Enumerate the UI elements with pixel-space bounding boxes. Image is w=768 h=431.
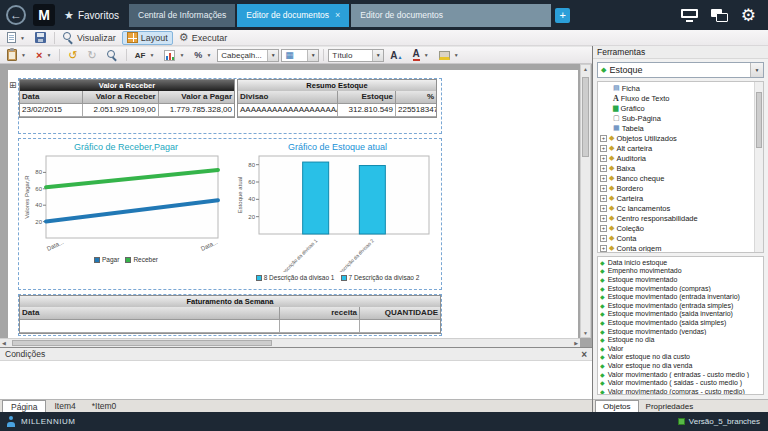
tree-item[interactable]: + ◆ Coleção [600, 223, 751, 233]
entity-combo[interactable]: ◆ Estoque ▼ [597, 62, 764, 78]
tree-item[interactable]: ▦ Tabela [600, 123, 751, 133]
back-button[interactable]: ← [6, 5, 26, 25]
favorites-button[interactable]: ★ Favoritos [64, 9, 119, 22]
field-item[interactable]: ◆ Estoque movimentado (saida inventario) [600, 310, 761, 319]
field-item[interactable]: ◆ Empenho movimentado [600, 267, 761, 276]
field-item[interactable]: ◆ Valor movimentado (compras - custo med… [600, 387, 761, 395]
font-size-button[interactable]: A▲ [386, 48, 406, 62]
scroll-down-icon[interactable]: ▼ [581, 330, 590, 336]
text-style-combo[interactable]: Título▼ [328, 49, 384, 62]
new-document-button[interactable]: ▼ [3, 31, 29, 45]
tree-item[interactable]: + ◆ Conta origem [600, 243, 751, 253]
page-tab-2[interactable]: *Item0 [84, 400, 125, 412]
field-item[interactable]: ◆ Estoque movimentado (entrada simples) [600, 301, 761, 310]
tree-item[interactable]: + ◆ Objetos Utilizados [600, 133, 751, 143]
scroll-left-icon[interactable]: ◀ [2, 340, 6, 346]
table-style-combo[interactable]: ▦▼ [281, 49, 319, 62]
field-item[interactable]: ◆ Estoque movimentado (compras) [600, 284, 761, 293]
page-tab-1[interactable]: Item4 [46, 400, 83, 412]
vertical-scrollbar[interactable]: ▲ ▼ [580, 64, 591, 338]
fill-color-button[interactable]: ▼ [435, 48, 463, 62]
field-item[interactable]: ◆ Estoque movimentado (vendas) [600, 327, 761, 336]
table-valor-receber[interactable]: Valor a Receber Data Valor a Receber Val… [19, 79, 235, 118]
tree-item[interactable]: + ◆ Centro responsabilidade [600, 213, 751, 223]
field-item[interactable]: ◆ Valor [600, 344, 761, 353]
redo-button[interactable]: ↻ [84, 48, 101, 62]
tab-close-icon[interactable]: × [335, 10, 340, 20]
expand-plus-icon[interactable]: + [600, 135, 607, 142]
field-item[interactable]: ◆ Estoque movimentado (entrada inventari… [600, 292, 761, 301]
field-item[interactable]: ◆ Valor movimentado ( entradas - custo m… [600, 370, 761, 379]
field-item[interactable]: ◆ Estoque no dia [600, 335, 761, 344]
table-faturamento[interactable]: Faturamento da Semana Data receita QUANT… [19, 295, 441, 334]
expand-plus-icon[interactable]: + [600, 205, 607, 212]
header-style-combo[interactable]: Cabeçalh...▼ [217, 49, 279, 62]
field-item[interactable]: ◆ Estoque movimentado [600, 275, 761, 284]
insert-chart-button[interactable]: ▼ [160, 48, 188, 62]
field-item[interactable]: ◆ Estoque movimentado (saida simples) [600, 318, 761, 327]
expand-plus-icon[interactable]: + [600, 225, 607, 232]
field-item[interactable]: ◆ Valor estoque no dia venda [600, 361, 761, 370]
zoom-button[interactable] [103, 48, 122, 62]
tree-item[interactable]: + ◆ Conta [600, 233, 751, 243]
delete-button[interactable]: ×▼ [32, 48, 55, 62]
tree-item[interactable]: + ◆ Carteira [600, 193, 751, 203]
expand-plus-icon[interactable]: + [600, 215, 607, 222]
chart-receber-pagar[interactable]: Gráfico de Receber,Pagar 20406080Valores… [22, 141, 230, 287]
tree-item[interactable]: A Fluxo de Texto [600, 93, 751, 103]
scrollbar-thumb[interactable] [756, 92, 762, 148]
paste-button[interactable]: ▼ [3, 48, 30, 62]
expand-plus-icon[interactable]: + [600, 145, 607, 152]
chat-icon[interactable] [711, 9, 728, 22]
field-item[interactable]: ◆ Valor movimentado ( saidas - custo med… [600, 378, 761, 387]
tree-item[interactable]: + ◆ Alt carteira [600, 143, 751, 153]
report-page[interactable]: ⊞ Valor a Receber Data Valor a Receber V… [8, 70, 578, 338]
expand-plus-icon[interactable]: + [600, 155, 607, 162]
expand-plus-icon[interactable]: + [600, 185, 607, 192]
tree-item[interactable]: ▢ Sub-Página [600, 113, 751, 123]
save-button[interactable] [31, 31, 50, 45]
executar-button[interactable]: ⚙Executar [175, 31, 231, 45]
scroll-up-icon[interactable]: ▲ [581, 66, 590, 72]
page-tab-0[interactable]: Página [2, 400, 46, 412]
design-canvas[interactable]: ⊞ Valor a Receber Data Valor a Receber V… [0, 64, 592, 347]
tab-0[interactable]: Central de Informações [129, 4, 235, 27]
tree-item[interactable]: + ◆ Bordero [600, 183, 751, 193]
settings-gear-icon[interactable]: ⚙ [741, 7, 756, 24]
tree-item[interactable]: + ◆ Auditoria [600, 153, 751, 163]
panel-tab-0[interactable]: Objetos [595, 400, 639, 412]
tree-scrollbar[interactable] [754, 82, 763, 252]
expand-plus-icon[interactable]: + [600, 165, 607, 172]
faturamento-band[interactable]: Faturamento da Semana Data receita QUANT… [18, 294, 442, 336]
autoformat-button[interactable]: AF▼ [131, 48, 159, 62]
monitor-icon[interactable] [681, 9, 698, 22]
field-item[interactable]: ◆ Valor estoque no dia custo [600, 353, 761, 362]
tree-item[interactable]: + ◆ Banco cheque [600, 173, 751, 183]
add-tab-button[interactable]: + [555, 8, 570, 23]
tree-item[interactable]: + ◆ Cc lancamentos [600, 203, 751, 213]
table-resumo-estoque[interactable]: Resumo Estoque Divisao Estoque % AAAAAAA… [237, 79, 437, 118]
visualizar-button[interactable]: Visualizar [59, 31, 120, 45]
expand-plus-icon[interactable]: + [600, 195, 607, 202]
close-icon[interactable]: × [581, 349, 587, 360]
tab-1[interactable]: Editor de documentos× [237, 4, 349, 27]
tree-item[interactable]: ▆ Gráfico [600, 103, 751, 113]
tree-item[interactable]: ▤ Ficha [600, 83, 751, 93]
expand-plus-icon[interactable]: + [600, 235, 607, 242]
chart-estoque-atual[interactable]: Gráfico de Estoque atual 20406080Estoque… [235, 141, 440, 287]
selection-handle-icon[interactable]: ⊞ [9, 80, 17, 90]
field-item[interactable]: ◆ Data inicio estoque [600, 258, 761, 267]
layout-button[interactable]: Layout [122, 31, 173, 45]
charts-band[interactable]: Gráfico de Receber,Pagar 20406080Valores… [18, 138, 442, 290]
tree-item[interactable]: + ◆ Baixa [600, 163, 751, 173]
undo-button[interactable]: ↺ [64, 48, 81, 62]
expand-plus-icon[interactable]: + [600, 245, 607, 252]
scrollbar-thumb[interactable] [582, 77, 589, 157]
scrollbar-thumb[interactable] [12, 340, 272, 346]
percent-format-button[interactable]: %▼ [190, 48, 215, 62]
tables-band[interactable]: Valor a Receber Data Valor a Receber Val… [18, 78, 442, 134]
expand-plus-icon[interactable]: + [600, 175, 607, 182]
tab-2[interactable]: Editor de documentos [351, 4, 551, 27]
horizontal-scrollbar[interactable]: ◀ ▶ [0, 338, 580, 347]
panel-tab-1[interactable]: Propriedades [639, 400, 701, 412]
